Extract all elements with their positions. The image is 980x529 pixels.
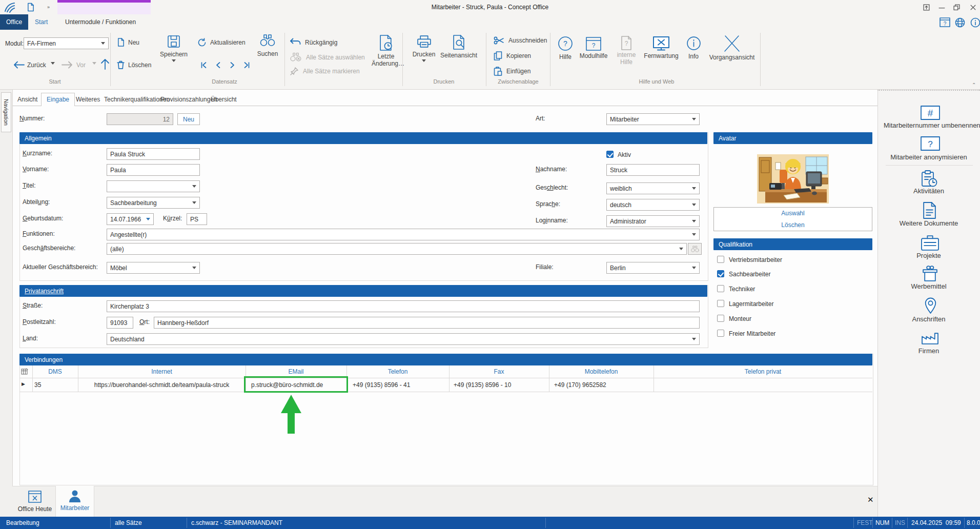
neu-button[interactable]: Neu — [117, 38, 139, 47]
previous-record-icon[interactable] — [214, 62, 222, 69]
aktualisieren-button[interactable]: Aktualisieren — [197, 38, 246, 47]
cell-telefon[interactable]: +49 (9135) 8596 - 41 — [351, 379, 447, 391]
sidebar-label-mitarbeiternummer[interactable]: Mitarbeiternummer umbenennen — [884, 121, 980, 129]
ort-field[interactable]: Hannberg-Heßdorf — [154, 317, 700, 329]
info-circle-icon[interactable] — [970, 17, 980, 28]
cell-dms[interactable]: 35 — [32, 379, 43, 391]
first-record-icon[interactable] — [200, 62, 208, 69]
vorname-field[interactable]: Paula — [107, 164, 200, 176]
cell-mobiltelefon[interactable]: +49 (170) 9652582 — [552, 379, 651, 391]
tab-start[interactable]: Start — [35, 18, 48, 26]
sidebar-label-anonymisieren[interactable]: Mitarbeiter anonymisieren — [877, 153, 980, 161]
sidebar-item-anonymisieren[interactable]: ? — [921, 136, 940, 151]
column-header-fax[interactable]: Fax — [449, 365, 549, 378]
sprache-select[interactable]: deutsch — [606, 199, 700, 211]
privatanschrift-header[interactable]: Privatanschrift — [19, 285, 707, 297]
einfuegen-button[interactable]: Einfügen — [494, 67, 530, 76]
loeschen-button[interactable]: Löschen — [117, 60, 151, 69]
restore-icon[interactable] — [953, 4, 960, 11]
sidebar-item-aktivitaeten[interactable] — [921, 170, 937, 187]
tab-untermodule[interactable]: Untermodule / Funktionen — [65, 18, 136, 26]
collapse-ribbon-icon[interactable]: ⌃ — [972, 82, 976, 88]
last-record-icon[interactable] — [243, 62, 251, 69]
geschlecht-select[interactable]: weiblich — [606, 182, 700, 194]
dock-tab-mitarbeiter[interactable]: Mitarbeiter — [55, 486, 94, 517]
minimize-icon[interactable] — [938, 4, 945, 11]
geburtsdatum-picker[interactable]: 14.07.1966 — [107, 213, 154, 225]
up-icon[interactable] — [100, 58, 110, 70]
page-tab-technikerqualifikationen[interactable]: Technikerqualifikationen — [104, 96, 170, 103]
page-tab-ansicht[interactable]: Ansicht — [17, 96, 37, 103]
sidebar-item-weitere-dokumente[interactable] — [923, 202, 936, 219]
close-record-icon[interactable]: ✕ — [867, 495, 874, 504]
modul-select[interactable]: FA-Firmen — [24, 37, 109, 49]
titel-select[interactable] — [107, 180, 200, 192]
neu-nummer-button[interactable]: Neu — [177, 113, 200, 125]
sidebar-item-anschriften[interactable] — [924, 297, 937, 314]
vorgangsansicht-button[interactable]: Vorgangsansicht — [707, 34, 757, 61]
page-tab-provisionszahlungen[interactable]: Provisionszahlungen — [160, 96, 217, 103]
close-window-icon[interactable] — [970, 4, 976, 11]
avatar-loeschen-button[interactable]: Löschen — [713, 219, 872, 231]
kuerzel-field[interactable]: PS — [187, 213, 207, 225]
kopieren-button[interactable]: Kopieren — [494, 51, 531, 60]
drucken-button[interactable]: Drucken — [409, 35, 439, 62]
page-tab-weiteres[interactable]: Weiteres — [76, 96, 100, 103]
page-tab-eingabe[interactable]: Eingabe — [41, 93, 75, 106]
lagermitarbeiter-checkbox[interactable] — [717, 300, 724, 307]
column-header-telefon-privat[interactable]: Telefon privat — [654, 365, 872, 378]
sidebar-label-werbemittel[interactable]: Werbemittel — [877, 282, 980, 290]
pin-window-icon[interactable] — [923, 4, 930, 11]
aktueller-geschaeftsbereich-select[interactable]: Möbel — [107, 262, 200, 274]
art-select[interactable]: Mitarbeiter — [606, 113, 700, 125]
modulhilfe-button[interactable]: ? Modulhilfe — [577, 37, 610, 59]
fernwartung-button[interactable]: Fernwartung — [642, 36, 681, 59]
help-window-icon[interactable]: ? — [940, 17, 950, 27]
column-header-mobiltelefon[interactable]: Mobiltelefon — [549, 365, 654, 378]
vertriebsmitarbeiter-checkbox[interactable] — [717, 256, 724, 263]
navigation-dock-tab[interactable]: Navigation — [1, 92, 11, 132]
aktiv-checkbox[interactable] — [606, 151, 614, 158]
speichern-button[interactable]: Speichern — [160, 35, 188, 62]
back-icon[interactable] — [13, 61, 25, 69]
next-record-icon[interactable] — [229, 62, 236, 69]
geschaeftsbereiche-search-button[interactable] — [688, 243, 702, 255]
page-tab-uebersicht[interactable]: Übersicht — [211, 96, 237, 103]
kurzname-field[interactable]: Paula Struck — [107, 148, 200, 160]
sidebar-label-projekte[interactable]: Projekte — [877, 252, 980, 259]
land-select[interactable]: Deutschland — [107, 333, 700, 345]
techniker-checkbox[interactable] — [717, 285, 724, 292]
avatar-auswahl-button[interactable]: Auswahl — [713, 207, 872, 219]
freier-mitarbeiter-checkbox[interactable] — [717, 330, 724, 337]
zurueck-button[interactable]: Zurück — [27, 62, 46, 69]
sidebar-item-werbemittel[interactable] — [921, 266, 939, 282]
info-button[interactable]: Info — [684, 36, 703, 60]
ausschneiden-button[interactable]: Ausschneiden — [494, 36, 547, 45]
strasse-field[interactable]: Kirchenplatz 3 — [107, 300, 700, 312]
column-header-telefon[interactable]: Telefon — [346, 365, 449, 378]
funktionen-select[interactable]: Angestellte(r) — [107, 229, 700, 240]
sidebar-item-projekte[interactable] — [921, 235, 939, 251]
zurueck-dropdown-caret[interactable] — [51, 65, 55, 72]
tab-office[interactable]: Office — [0, 14, 28, 30]
rueckgaengig-button[interactable]: Rückgängig — [290, 38, 337, 47]
column-header-dms[interactable]: DMS — [32, 365, 78, 378]
dock-tab-office-heute[interactable]: Office Heute — [15, 486, 54, 517]
filiale-select[interactable]: Berlin — [606, 262, 700, 274]
hilfe-button[interactable]: ? Hilfe — [555, 36, 576, 60]
sidebar-label-weitere-dokumente[interactable]: Weitere Dokumente — [877, 219, 980, 227]
cell-internet[interactable]: https://buerohandel-schmidt.de/team/paul… — [78, 379, 246, 391]
sidebar-label-anschriften[interactable]: Anschriften — [877, 315, 980, 323]
table-select-icon[interactable] — [21, 368, 29, 375]
globe-icon[interactable] — [955, 17, 965, 28]
column-header-internet[interactable]: Internet — [78, 365, 246, 378]
suchen-button[interactable]: Suchen — [255, 34, 280, 57]
abteilung-select[interactable]: Sachbearbeitung — [107, 197, 200, 209]
seitenansicht-button[interactable]: Seitenansicht — [438, 35, 479, 59]
sidebar-item-mitarbeiternummer[interactable]: # — [921, 106, 940, 120]
loginname-select[interactable]: Administrator — [606, 215, 700, 227]
letzte-aenderung-button[interactable]: Letzte Änderung… — [372, 35, 400, 67]
nachname-field[interactable]: Struck — [606, 164, 700, 176]
sidebar-label-aktivitaeten[interactable]: Aktivitäten — [877, 187, 980, 195]
sidebar-item-firmen[interactable] — [921, 330, 939, 345]
